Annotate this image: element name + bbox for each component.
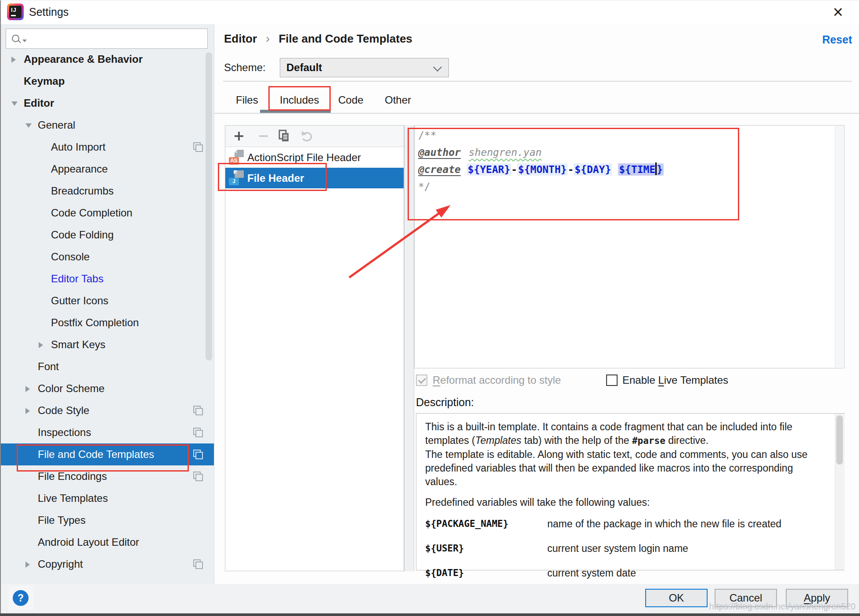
help-icon: ? [13,590,29,606]
var-month: ${MONTH} [517,163,568,176]
copy-settings-icon [193,450,201,457]
tab-code[interactable]: Code [338,90,363,110]
sidebar-item-label: Code Folding [51,224,114,246]
sidebar-item-label: Appearance & Behavior [24,48,143,70]
chevron-collapsed-icon[interactable] [25,562,30,568]
sidebar-item-label: Inspections [38,421,91,443]
tab-other[interactable]: Other [385,90,411,110]
tabstrip-divider [214,113,860,114]
settings-dialog: IJ Settings × Appearance & BehaviorKeyma… [0,0,860,616]
description-scrollbar-thumb[interactable] [836,415,843,465]
sidebar-item-gutter-icons[interactable]: Gutter Icons [1,290,214,312]
scheme-dropdown[interactable]: Default [280,58,449,77]
window-border-left [0,0,1,616]
chevron-collapsed-icon[interactable] [25,408,30,414]
sidebar-item-label: Copyright [38,553,83,575]
variable-description: name of the package in which the new fil… [547,517,781,530]
chevron-expanded-icon[interactable] [11,101,18,106]
variable-row: ${DATE}current system date [425,566,827,580]
sidebar-item-code-style[interactable]: Code Style [1,400,214,421]
sidebar-item-general[interactable]: General [1,114,214,136]
reformat-checkbox[interactable] [416,375,427,386]
enable-live-templates-checkbox[interactable] [606,375,618,386]
sidebar-item-console[interactable]: Console [1,246,214,268]
dash: - [567,164,574,175]
tab-includes[interactable]: Includes [280,90,319,110]
editor-scrollbar[interactable] [835,126,844,367]
sidebar-item-auto-import[interactable]: Auto Import [1,136,214,158]
chevron-expanded-icon[interactable] [25,123,32,128]
add-template-button[interactable] [231,129,246,143]
template-list-panel: ASActionScript File HeaderJFile Header [225,125,404,571]
sidebar-item-file-encodings[interactable]: File Encodings [1,465,214,487]
sidebar-item-font[interactable]: Font [1,356,214,378]
template-item-file-header[interactable]: JFile Header [225,168,404,188]
copy-settings-icon [193,142,201,150]
revert-template-button[interactable] [300,129,315,143]
variable-row: ${PACKAGE_NAME}name of the package in wh… [425,517,827,530]
sidebar-item-keymap[interactable]: Keymap [1,70,214,92]
file-type-badge: AS [229,157,239,165]
breadcrumb: Editor›File and Code Templates [224,29,412,48]
description-paragraph-1: This is a built-in template. It contains… [425,420,827,448]
sidebar-item-label: Code Completion [51,202,132,224]
reset-link[interactable]: Reset [790,31,852,48]
chevron-collapsed-icon[interactable] [39,342,43,348]
sidebar-item-editor[interactable]: Editor [1,92,214,114]
sidebar-item-label: Android Layout Editor [38,531,139,553]
search-input[interactable] [6,29,208,49]
variable-name: ${USER} [425,542,547,555]
close-icon[interactable]: × [827,2,849,22]
watermark-text: https://blog.csdn.net/yanshengren520 [646,602,856,612]
help-button[interactable]: ? [9,586,33,610]
live-label-rest: ive Templates [664,374,728,386]
copy-template-button[interactable] [276,129,291,143]
sidebar-item-label: Editor Tabs [51,268,104,290]
sidebar-item-postfix-completion[interactable]: Postfix Completion [1,312,214,334]
sidebar-scrollbar[interactable] [206,52,212,360]
sidebar-item-copyright[interactable]: Copyright [1,553,214,575]
window-border-bottom [0,613,860,616]
copy-settings-icon [193,406,201,413]
sidebar-item-file-and-code-templates[interactable]: File and Code Templates [1,443,214,465]
variable-name: ${DATE} [425,566,547,580]
enable-live-templates-label: Enable Live Templates [622,373,728,387]
active-tab-underline [260,110,331,113]
chevron-collapsed-icon[interactable] [11,57,16,63]
sidebar-item-android-layout-editor[interactable]: Android Layout Editor [1,531,214,553]
sidebar-item-smart-keys[interactable]: Smart Keys [1,334,214,356]
sidebar-item-appearance[interactable]: Appearance [1,158,214,180]
sidebar-item-file-types[interactable]: File Types [1,509,214,531]
sidebar-item-label: Color Scheme [38,378,105,400]
sidebar-item-label: File Encodings [38,465,107,487]
code-comment-open: /** [418,130,437,141]
var-day: ${DAY} [574,163,612,176]
sidebar-item-label: Appearance [51,158,108,180]
sidebar-item-label: Console [51,246,90,268]
author-tag: @author [418,147,461,158]
sidebar-item-breadcrumbs[interactable]: Breadcrumbs [1,180,214,202]
sidebar-item-code-completion[interactable]: Code Completion [1,202,214,224]
copy-settings-icon [193,559,201,567]
sidebar-item-code-folding[interactable]: Code Folding [1,224,214,246]
sidebar-item-editor-tabs[interactable]: Editor Tabs [1,268,214,290]
tab-files[interactable]: Files [236,90,258,110]
chevron-collapsed-icon[interactable] [25,386,30,392]
description-label: Description: [416,394,474,410]
settings-tree: Appearance & BehaviorKeymapEditorGeneral… [1,48,214,584]
predefined-variables-list: ${PACKAGE_NAME}name of the package in wh… [425,517,827,580]
sidebar-item-label: Postfix Completion [51,312,139,334]
header-divider [223,81,852,82]
live-label-mnemonic: L [658,374,664,386]
sidebar-item-live-templates[interactable]: Live Templates [1,487,214,509]
template-item-actionscript-file-header[interactable]: ASActionScript File Header [225,147,404,168]
template-code[interactable]: /** @authorshengren.yan @create ${YEAR}-… [418,127,664,195]
panel-splitter[interactable] [404,125,414,571]
template-list-toolbar [225,126,404,147]
remove-template-button[interactable] [256,129,271,143]
sidebar-item-label: Font [38,356,59,378]
breadcrumb-editor[interactable]: Editor [224,32,257,45]
sidebar-item-color-scheme[interactable]: Color Scheme [1,378,214,400]
sidebar-item-inspections[interactable]: Inspections [1,421,214,443]
sidebar-item-appearance-behavior[interactable]: Appearance & Behavior [1,48,214,70]
